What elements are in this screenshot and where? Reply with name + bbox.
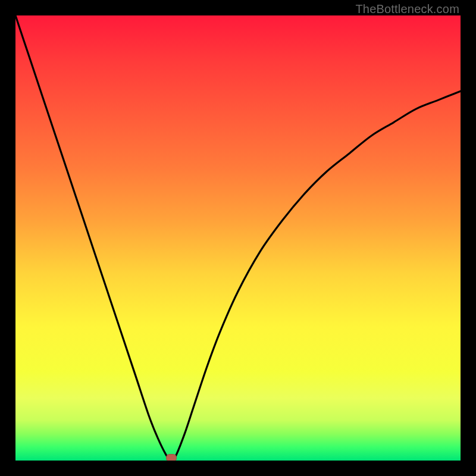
bottleneck-curve bbox=[15, 15, 461, 461]
plot-area bbox=[15, 15, 461, 461]
chart-frame: TheBottleneck.com bbox=[0, 0, 476, 476]
optimal-marker bbox=[166, 454, 177, 461]
attribution-text: TheBottleneck.com bbox=[355, 2, 459, 16]
